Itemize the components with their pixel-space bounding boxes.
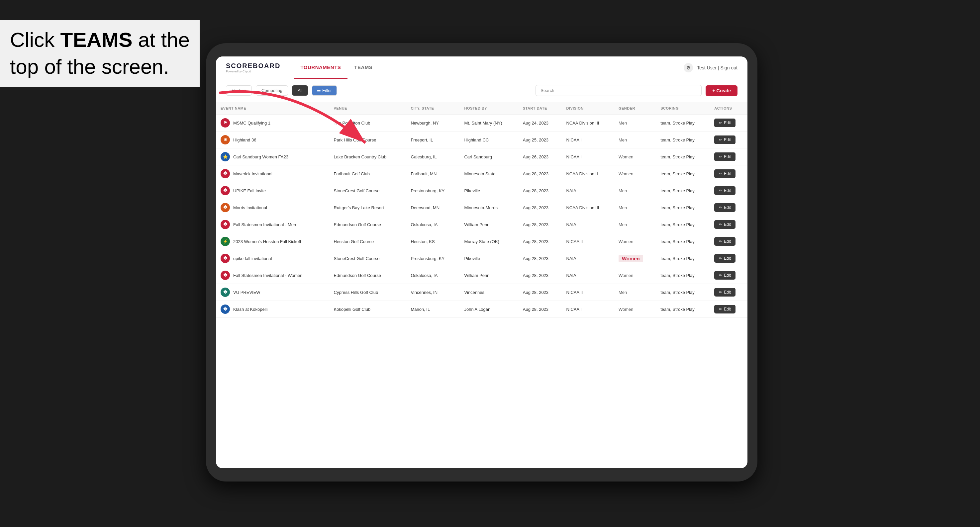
cell-hosted-by: Murray State (OK): [460, 233, 518, 250]
cell-hosted-by: Minnesota-Morris: [460, 199, 518, 216]
edit-button[interactable]: ✏ Edit: [714, 186, 735, 195]
cell-city: Vincennes, IN: [406, 284, 460, 301]
cell-division: NICAA II: [562, 284, 614, 301]
edit-pencil-icon: ✏: [719, 121, 722, 125]
cell-gender: Men: [614, 182, 656, 199]
edit-pencil-icon: ✏: [719, 256, 722, 261]
cell-city: Oskaloosa, IA: [406, 267, 460, 284]
gender-badge: Men: [619, 138, 627, 143]
table-row: � Fall Statesmen Invitational - Men Edmu…: [216, 216, 748, 233]
cell-event-name: ⚡ 2023 Women's Hesston Fall Kickoff: [216, 233, 329, 250]
cell-gender: Women: [614, 250, 656, 267]
cell-scoring: team, Stroke Play: [656, 148, 710, 165]
col-division: DIVISION: [562, 102, 614, 114]
cell-city: Hesston, KS: [406, 233, 460, 250]
edit-button[interactable]: ✏ Edit: [714, 169, 735, 178]
team-icon: �: [221, 203, 230, 212]
create-btn[interactable]: + Create: [706, 85, 738, 96]
instruction-prefix: Click: [10, 28, 60, 51]
col-gender: GENDER: [614, 102, 656, 114]
event-name-text: Fall Statesmen Invitational - Women: [233, 273, 303, 278]
col-actions: ACTIONS: [710, 102, 748, 114]
team-icon: �: [221, 287, 230, 297]
cell-venue: StoneCrest Golf Course: [329, 182, 406, 199]
cell-venue: Edmundson Golf Course: [329, 267, 406, 284]
edit-label: Edit: [724, 256, 731, 261]
cell-start-date: Aug 28, 2023: [518, 199, 562, 216]
gender-badge: Women: [619, 273, 633, 278]
table-row: � Klash at Kokopelli Kokopelli Golf Club…: [216, 301, 748, 318]
table-row: ⚡ 2023 Women's Hesston Fall Kickoff Hess…: [216, 233, 748, 250]
edit-button[interactable]: ✏ Edit: [714, 288, 735, 297]
edit-button[interactable]: ✏ Edit: [714, 254, 735, 263]
cell-venue: StoneCrest Golf Course: [329, 250, 406, 267]
cell-division: NAIA: [562, 267, 614, 284]
edit-pencil-icon: ✏: [719, 171, 722, 176]
edit-button[interactable]: ✏ Edit: [714, 305, 735, 313]
edit-pencil-icon: ✏: [719, 154, 722, 159]
table-row: � upike fall invitational StoneCrest Gol…: [216, 250, 748, 267]
edit-label: Edit: [724, 273, 731, 278]
cell-event-name: � UPIKE Fall Invite: [216, 182, 329, 199]
cell-event-name: � VU PREVIEW: [216, 284, 329, 301]
cell-gender: Women: [614, 233, 656, 250]
cell-scoring: team, Stroke Play: [656, 301, 710, 318]
search-input[interactable]: [536, 85, 702, 96]
cell-start-date: Aug 25, 2023: [518, 132, 562, 148]
cell-city: Prestonsburg, KY: [406, 250, 460, 267]
cell-hosted-by: Carl Sandburg: [460, 148, 518, 165]
cell-division: NCAA Division II: [562, 165, 614, 182]
edit-label: Edit: [724, 188, 731, 193]
edit-pencil-icon: ✏: [719, 222, 722, 227]
cell-hosted-by: Highland CC: [460, 132, 518, 148]
edit-button[interactable]: ✏ Edit: [714, 119, 735, 127]
edit-pencil-icon: ✏: [719, 188, 722, 193]
team-icon: �: [221, 305, 230, 314]
cell-scoring: team, Stroke Play: [656, 165, 710, 182]
cell-start-date: Aug 28, 2023: [518, 216, 562, 233]
cell-city: Prestonsburg, KY: [406, 182, 460, 199]
edit-label: Edit: [724, 205, 731, 210]
gender-badge: Men: [619, 290, 627, 295]
edit-button[interactable]: ✏ Edit: [714, 203, 735, 212]
gender-badge: Women: [619, 307, 633, 312]
cell-start-date: Aug 28, 2023: [518, 233, 562, 250]
cell-gender: Men: [614, 132, 656, 148]
cell-gender: Women: [614, 165, 656, 182]
cell-start-date: Aug 28, 2023: [518, 250, 562, 267]
cell-city: Deerwood, MN: [406, 199, 460, 216]
cell-gender: Women: [614, 267, 656, 284]
cell-event-name: � Fall Statesmen Invitational - Men: [216, 216, 329, 233]
edit-button[interactable]: ✏ Edit: [714, 237, 735, 246]
arrow-indicator: [192, 67, 392, 183]
cell-division: NICAA I: [562, 301, 614, 318]
cell-hosted-by: William Penn: [460, 267, 518, 284]
cell-actions: ✏ Edit: [710, 233, 748, 250]
cell-city: Newburgh, NY: [406, 114, 460, 132]
event-name-text: Morris Invitational: [233, 205, 267, 210]
cell-division: NCAA Division III: [562, 199, 614, 216]
cell-actions: ✏ Edit: [710, 267, 748, 284]
settings-icon[interactable]: ⚙: [684, 63, 693, 72]
cell-division: NAIA: [562, 182, 614, 199]
edit-pencil-icon: ✏: [719, 290, 722, 295]
gender-badge: Women: [619, 171, 633, 176]
cell-start-date: Aug 24, 2023: [518, 114, 562, 132]
edit-button[interactable]: ✏ Edit: [714, 271, 735, 279]
edit-button[interactable]: ✏ Edit: [714, 152, 735, 161]
cell-division: NAIA: [562, 250, 614, 267]
event-name-text: UPIKE Fall Invite: [233, 188, 266, 193]
team-icon: �: [221, 254, 230, 263]
cell-actions: ✏ Edit: [710, 250, 748, 267]
cell-scoring: team, Stroke Play: [656, 250, 710, 267]
cell-actions: ✏ Edit: [710, 301, 748, 318]
cell-event-name: � Fall Statesmen Invitational - Women: [216, 267, 329, 284]
team-icon: �: [221, 271, 230, 280]
cell-gender: Men: [614, 284, 656, 301]
cell-scoring: team, Stroke Play: [656, 182, 710, 199]
cell-event-name: � Morris Invitational: [216, 199, 329, 216]
cell-start-date: Aug 28, 2023: [518, 182, 562, 199]
table-row: � VU PREVIEW Cypress Hills Golf Club Vin…: [216, 284, 748, 301]
edit-button[interactable]: ✏ Edit: [714, 135, 735, 144]
edit-button[interactable]: ✏ Edit: [714, 220, 735, 229]
